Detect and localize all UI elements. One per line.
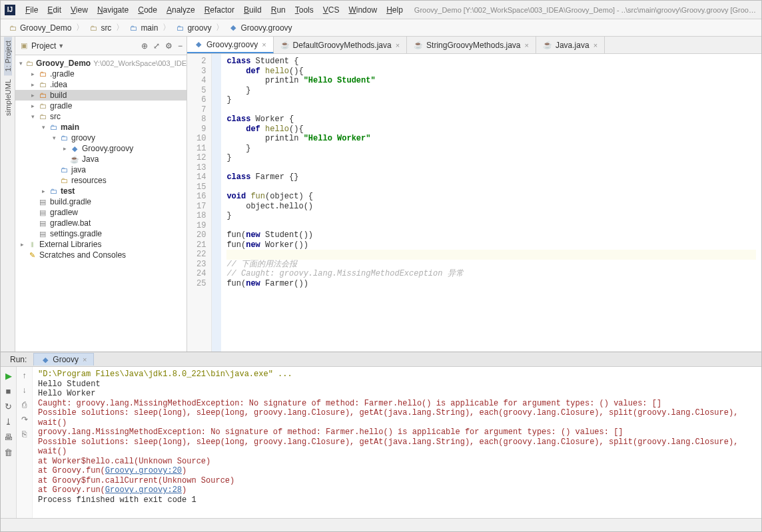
menu-view[interactable]: View <box>66 3 93 17</box>
code-editor[interactable]: 2345678910111213141516171819202122232425… <box>187 54 761 352</box>
run-config-tab[interactable]: ◆ Groovy × <box>33 353 94 366</box>
tree-node[interactable]: ▾🗀src <box>15 111 187 122</box>
console-action-4[interactable]: ⎘ <box>22 429 27 439</box>
menu-help[interactable]: Help <box>382 3 408 17</box>
tree-twisty-icon[interactable]: ▸ <box>18 241 26 248</box>
close-icon[interactable]: × <box>262 41 266 49</box>
run-action-1[interactable]: ■ <box>6 386 11 396</box>
run-tool-window: Run: ◆ Groovy × ▶■↻⤓🖶🗑 ↑↓⎙↷⎘ "D:\Program… <box>1 352 761 518</box>
tree-twisty-icon[interactable]: ▾ <box>17 60 24 67</box>
console-action-1[interactable]: ↓ <box>23 386 27 395</box>
tree-node[interactable]: ▸🗀test <box>15 186 187 196</box>
console-action-3[interactable]: ↷ <box>21 415 28 424</box>
tool-window-button[interactable]: 1: Project <box>4 37 12 75</box>
groovy-icon: ◆ <box>41 355 50 364</box>
menu-code[interactable]: Code <box>133 3 162 17</box>
menu-analyze[interactable]: Analyze <box>162 3 200 17</box>
editor-tab[interactable]: ☕DefaultGroovyMethods.java× <box>274 37 408 53</box>
menu-file[interactable]: File <box>21 3 43 17</box>
menu-run[interactable]: Run <box>266 3 290 17</box>
console-output[interactable]: "D:\Program Files\Java\jdk1.8.0_221\bin\… <box>33 367 761 518</box>
project-tree[interactable]: ▾🗀Groovy_DemoY:\002_WorkSpace\003_IDE▸🗀.… <box>15 55 187 352</box>
close-icon[interactable]: × <box>593 41 597 49</box>
tree-node[interactable]: ▸◆Groovy.groovy <box>15 143 187 154</box>
folder-blue-icon: 🗀 <box>59 133 69 142</box>
tree-node[interactable]: ✎Scratches and Consoles <box>15 250 187 260</box>
tree-node[interactable]: ▾🗀Groovy_DemoY:\002_WorkSpace\003_IDE <box>15 58 187 69</box>
run-action-0[interactable]: ▶ <box>5 371 12 381</box>
close-icon[interactable]: × <box>525 41 529 49</box>
tree-node[interactable]: ▤gradlew <box>15 207 187 218</box>
tree-twisty-icon[interactable]: ▾ <box>50 134 58 141</box>
tree-node[interactable]: 🗀java <box>15 164 187 175</box>
folder-icon: 🗀 <box>38 112 47 121</box>
tree-node[interactable]: ☕Java <box>15 154 187 164</box>
chevron-right-icon: 〉 <box>116 22 124 33</box>
breadcrumb-item[interactable]: 🗀main <box>125 23 161 33</box>
dropdown-icon[interactable]: ▼ <box>58 43 64 49</box>
menu-edit[interactable]: Edit <box>43 3 66 17</box>
tree-twisty-icon[interactable]: ▸ <box>29 71 37 77</box>
run-action-4[interactable]: 🖶 <box>4 432 13 442</box>
tree-node[interactable]: ▸⫴External Libraries <box>15 239 187 250</box>
tool-window-button[interactable]: simpleUML <box>4 75 12 120</box>
locate-icon[interactable]: ⊕ <box>141 41 148 51</box>
menu-vcs[interactable]: VCS <box>318 3 344 17</box>
breadcrumb-item[interactable]: 🗀groovy <box>172 23 214 33</box>
run-action-3[interactable]: ⤓ <box>5 417 12 427</box>
run-action-5[interactable]: 🗑 <box>4 447 13 457</box>
editor-tabs: ◆Groovy.groovy×☕DefaultGroovyMethods.jav… <box>187 37 761 54</box>
breadcrumb-item[interactable]: ◆Groovy.groovy <box>225 23 295 33</box>
status-bar <box>1 518 761 531</box>
console-action-0[interactable]: ↑ <box>23 371 27 380</box>
tree-twisty-icon[interactable]: ▸ <box>29 103 37 109</box>
editor-tab[interactable]: ☕StringGroovyMethods.java× <box>407 37 536 53</box>
tree-twisty-icon[interactable]: ▸ <box>39 188 47 194</box>
menu-bar: IJ FileEditViewNavigateCodeAnalyzeRefact… <box>1 1 761 19</box>
tree-node[interactable]: ▤build.gradle <box>15 196 187 207</box>
chevron-right-icon: 〉 <box>216 22 224 33</box>
breadcrumb-bar: 🗀Groovy_Demo〉🗀src〉🗀main〉🗀groovy〉◆Groovy.… <box>1 19 761 37</box>
run-action-2[interactable]: ↻ <box>5 401 12 411</box>
editor-tab[interactable]: ☕Java.java× <box>536 37 605 53</box>
tree-node[interactable]: ▤gradlew.bat <box>15 218 187 228</box>
menu-refactor[interactable]: Refactor <box>200 3 239 17</box>
tree-node[interactable]: ▸🗀build <box>15 90 187 101</box>
tree-twisty-icon[interactable]: ▸ <box>29 81 37 88</box>
app-logo-icon: IJ <box>5 5 15 15</box>
tree-node[interactable]: ▾🗀groovy <box>15 133 187 143</box>
tree-node[interactable]: 🗀resources <box>15 175 187 186</box>
gutter-bar <box>212 54 221 352</box>
tree-twisty-icon[interactable]: ▸ <box>29 92 37 99</box>
console-action-2[interactable]: ⎙ <box>22 400 27 409</box>
close-icon[interactable]: × <box>396 41 400 49</box>
close-icon[interactable]: × <box>83 356 87 364</box>
tree-node[interactable]: ▸🗀.gradle <box>15 69 187 79</box>
folder-icon: 🗀 <box>38 80 47 89</box>
tree-node[interactable]: ▸🗀.idea <box>15 79 187 90</box>
menu-navigate[interactable]: Navigate <box>93 3 133 17</box>
project-panel-title[interactable]: Project <box>31 41 56 51</box>
stacktrace-link[interactable]: Groovy.groovy:28 <box>105 485 182 495</box>
tree-twisty-icon[interactable]: ▾ <box>29 113 37 120</box>
folder-icon: 🗀 <box>38 101 47 111</box>
code-content[interactable]: class Student { def hello(){ println "He… <box>221 54 761 352</box>
expand-icon[interactable]: ⤢ <box>153 41 160 51</box>
tree-twisty-icon[interactable]: ▸ <box>61 145 69 152</box>
file-icon: ▤ <box>38 218 47 228</box>
settings-icon[interactable]: ⚙ <box>165 41 173 51</box>
folder-orange-icon: 🗀 <box>38 69 47 79</box>
breadcrumb-item[interactable]: 🗀src <box>85 23 115 33</box>
menu-tools[interactable]: Tools <box>290 3 318 17</box>
menu-window[interactable]: Window <box>344 3 382 17</box>
editor-tab[interactable]: ◆Groovy.groovy× <box>187 37 274 53</box>
tree-node[interactable]: ▾🗀main <box>15 122 187 133</box>
stacktrace-link[interactable]: Groovy.groovy:20 <box>105 466 182 475</box>
run-toolbar-primary: ▶■↻⤓🖶🗑 <box>1 367 17 518</box>
menu-build[interactable]: Build <box>239 3 266 17</box>
tree-twisty-icon[interactable]: ▾ <box>39 124 47 131</box>
breadcrumb-item[interactable]: 🗀Groovy_Demo <box>5 23 75 33</box>
tree-node[interactable]: ▤settings.gradle <box>15 228 187 239</box>
collapse-icon[interactable]: − <box>178 41 183 51</box>
tree-node[interactable]: ▸🗀gradle <box>15 101 187 111</box>
